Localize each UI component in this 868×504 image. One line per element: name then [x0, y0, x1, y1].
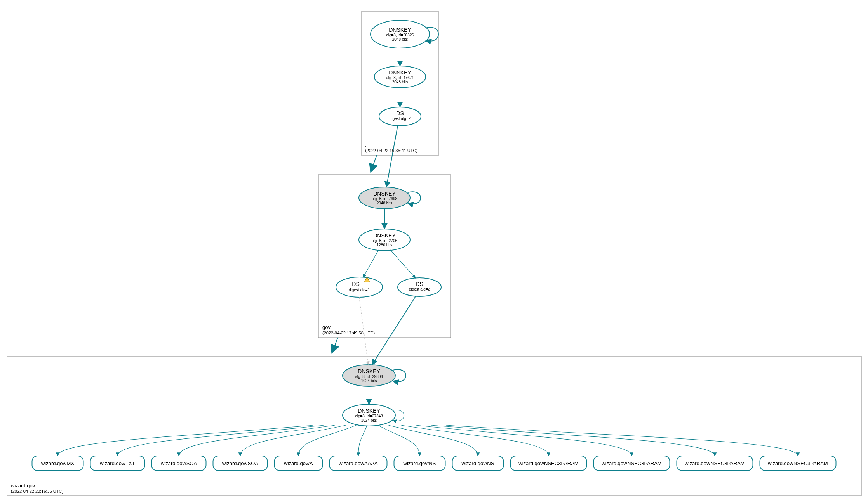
leaf-rr-label: wizard.gov/NSEC3PARAM: [684, 461, 744, 466]
svg-text:DNSKEY: DNSKEY: [389, 69, 411, 76]
svg-text:DNSKEY: DNSKEY: [373, 232, 396, 239]
leaf-rr-label: wizard.gov/SOA: [222, 461, 259, 466]
node-gov-ds2: DS digest alg=2: [398, 278, 441, 296]
node-root-ds: DS digest alg=2: [379, 107, 421, 126]
node-gov-zsk: DNSKEY alg=8, id=2706 1280 bits: [359, 229, 410, 251]
svg-text:1024 bits: 1024 bits: [361, 418, 377, 423]
leaf-rr-label: wizard.gov/NS: [403, 461, 436, 466]
svg-text:DS: DS: [416, 281, 423, 287]
svg-text:DS: DS: [352, 281, 359, 287]
edge-wizzsk-leaf: [118, 425, 324, 456]
svg-text:digest alg=2: digest alg=2: [390, 116, 411, 121]
node-wizard-ksk: DNSKEY alg=8, id=29806 1024 bits: [343, 365, 395, 386]
node-root-ksk: DNSKEY alg=8, id=20326 2048 bits: [371, 20, 430, 48]
edge-wizzsk-leaf: [299, 425, 357, 456]
node-wizard-zsk: DNSKEY alg=8, id=27348 1024 bits: [343, 404, 395, 426]
edge-govzsk-ds1: [363, 250, 379, 277]
edge-wizzsk-leaf: [431, 425, 715, 456]
svg-text:1280 bits: 1280 bits: [377, 243, 393, 247]
svg-text:2048 bits: 2048 bits: [377, 201, 393, 205]
svg-text:alg=8, id=47671: alg=8, id=47671: [386, 76, 414, 80]
zone-root: . (2022-04-22 15:35:41 UTC) DNSKEY alg=8…: [361, 12, 439, 155]
svg-text:2048 bits: 2048 bits: [392, 80, 408, 84]
leaf-rr-label: wizard.gov/NSEC3PARAM: [601, 461, 661, 466]
zone-wizard-name: wizard.gov: [10, 483, 35, 488]
leaf-rr-label: wizard.gov/MX: [41, 461, 75, 466]
zone-root-name: .: [365, 142, 367, 148]
leaf-rr-label: wizard.gov/NSEC3PARAM: [767, 461, 828, 466]
svg-text:DNSKEY: DNSKEY: [358, 368, 380, 374]
leaf-rr-label: wizard.gov/NS: [461, 461, 494, 466]
leaf-rr-label: wizard.gov/SOA: [160, 461, 197, 466]
svg-text:alg=8, id=2706: alg=8, id=2706: [372, 239, 398, 243]
zone-gov-time: (2022-04-22 17:49:58 UTC): [322, 331, 375, 335]
zone-gov-name: gov: [322, 324, 331, 330]
svg-text:digest alg=2: digest alg=2: [409, 287, 430, 291]
leaf-rr-label: wizard.gov/AAAA: [338, 461, 378, 466]
svg-text:digest alg=1: digest alg=1: [349, 288, 370, 292]
zone-wizard: wizard.gov (2022-04-22 20:16:35 UTC) DNS…: [7, 296, 861, 496]
leaf-rr-label: wizard.gov/TXT: [99, 461, 135, 466]
svg-text:!: !: [366, 278, 367, 282]
edge-root-to-gov-box: [371, 155, 377, 171]
edge-rootds-govksk: [386, 126, 398, 187]
node-root-zsk: DNSKEY alg=8, id=47671 2048 bits: [374, 66, 426, 88]
node-gov-ksk: DNSKEY alg=8, id=7698 2048 bits: [359, 187, 410, 209]
zone-wizard-time: (2022-04-22 20:16:35 UTC): [11, 489, 63, 494]
svg-text:alg=8, id=20326: alg=8, id=20326: [386, 33, 414, 37]
edge-govds2-wizksk: [372, 296, 416, 365]
node-gov-ds1: DS digest alg=1 !: [336, 277, 383, 297]
zone-root-time: (2022-04-22 15:35:41 UTC): [365, 148, 417, 153]
svg-text:DNSKEY: DNSKEY: [358, 408, 380, 414]
svg-text:alg=8, id=29806: alg=8, id=29806: [355, 374, 383, 379]
leaf-rr-label: wizard.gov/A: [284, 461, 313, 466]
edge-wizzsk-leaf: [446, 425, 798, 456]
edge-wizzsk-leaf: [378, 425, 419, 456]
edge-wizzsk-leaf: [358, 425, 367, 456]
svg-rect-29: [7, 356, 861, 496]
zone-gov: gov (2022-04-22 17:49:58 UTC) DNSKEY alg…: [318, 126, 451, 338]
svg-text:1024 bits: 1024 bits: [361, 379, 377, 383]
svg-text:alg=8, id=7698: alg=8, id=7698: [372, 197, 398, 201]
edge-wizzsk-leaf: [58, 425, 313, 456]
svg-text:DNSKEY: DNSKEY: [389, 27, 411, 33]
svg-point-22: [336, 277, 383, 297]
leaf-rr-label: wizard.gov/NSEC3PARAM: [518, 461, 578, 466]
svg-text:DS: DS: [396, 110, 404, 116]
edge-gov-to-wizard-box: [332, 338, 338, 352]
svg-text:DNSKEY: DNSKEY: [373, 191, 396, 197]
dnssec-diagram: . (2022-04-22 15:35:41 UTC) DNSKEY alg=8…: [0, 0, 868, 504]
svg-text:alg=8, id=27348: alg=8, id=27348: [355, 414, 383, 418]
svg-text:2048 bits: 2048 bits: [392, 37, 408, 42]
edge-govzsk-ds2: [390, 250, 416, 278]
